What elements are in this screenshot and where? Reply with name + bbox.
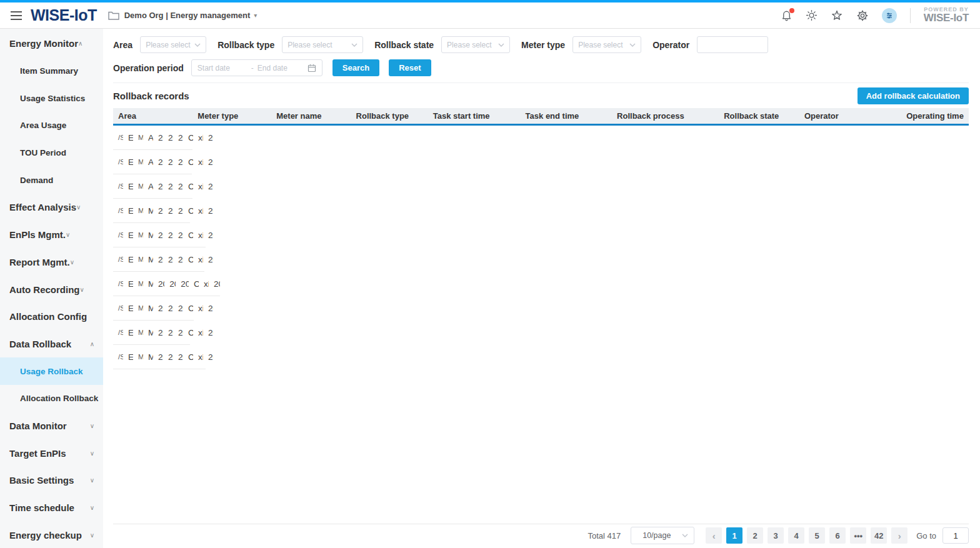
sidebar-item[interactable]: Usage Rollback [0,357,103,385]
sidebar-item-label: Report Mgmt. [9,257,70,267]
cell-meter-type: Electricity [123,231,133,240]
page-button[interactable]: 4 [788,527,804,544]
sidebar-item[interactable]: Basic Settings ∨ [0,467,103,494]
cell-operating-time: 2025/03/27 11:56:15 [203,304,213,313]
cell-operator: xiaoyan [193,157,203,167]
user-avatar[interactable] [882,8,897,23]
sidebar-item[interactable]: Demand [0,166,29,194]
sidebar-item[interactable]: Target EnPIs ∨ [0,439,103,467]
cell-rollback-type: Manual rollback [143,304,153,313]
cell-task-start-time: 2025/04/01 00:00:00 [153,279,164,289]
sidebar-item[interactable]: Data Monitor ∨ [0,412,103,440]
cell-meter-name: Meter16 [133,280,143,287]
sidebar-item[interactable]: Auto Recording ∨ [0,276,18,303]
sidebar-item-label: Usage Rollback [20,367,83,376]
header-divider [910,8,911,23]
cell-operating-time: 2025/04/29 11:32:28 [209,279,220,289]
prev-page-button[interactable]: ‹ [706,527,722,544]
page-button[interactable]: 6 [829,527,846,544]
cell-area: /Smart Campus/Pow ... [113,182,123,190]
rollback-type-select[interactable]: Please select [282,36,363,53]
sidebar-item[interactable]: Allocation Rollback [0,385,103,412]
meter-type-select[interactable]: Please select [572,36,641,53]
favorites-star-icon[interactable] [831,9,843,22]
cell-task-end-time: 2025/09/12 13:09:04 [163,157,173,167]
chevron-down-icon [682,534,688,537]
chevron-icon: ∨ [90,477,94,484]
column-header: Rollback process [612,111,719,121]
app-root: WISE-IoT Demo Org | Energy management ▾ [0,0,980,548]
table-row: /Smart Campus/Pow ... Electricity Meter2… [113,247,204,272]
cell-rollback-type: Automatic rollb... [143,133,153,142]
meter-type-label: Meter type [521,40,565,50]
cell-area: /Smart Campus/Pow ... [113,158,123,166]
date-separator: - [251,64,254,72]
column-header: Task start time [428,111,521,121]
page-size-select[interactable]: 10/page [631,527,694,544]
section-title: Rollback records [113,91,189,101]
search-button[interactable]: Search [332,59,379,76]
total-count: Total 417 [588,531,621,541]
menu-icon[interactable] [10,11,22,21]
operation-period-input[interactable]: Start date - End date [191,59,322,76]
cell-rollback-process: 2025/09/12 11:00:00 [173,182,183,191]
org-selector[interactable]: Demo Org | Energy management [124,11,251,20]
cell-task-end-time: 2025/04/29 11:00:00 [164,279,176,289]
end-date-placeholder: End date [258,64,308,72]
cell-area: /Smart Campus/Pow ... [113,207,123,214]
table-row: /Smart Campus/Pow ... Electricity Meter4… [113,321,190,345]
page-button[interactable]: 1 [726,527,742,544]
cell-task-start-time: 2025/09/11 11:15:00 [153,157,163,167]
chevron-icon: ∨ [80,286,84,293]
sidebar-item[interactable]: Usage Statistics [0,84,29,112]
page-button[interactable]: 5 [809,527,825,544]
goto-page-input[interactable] [942,527,969,544]
table-row: /Smart Campus/Pow ... Electricity Meter2… [113,199,190,223]
cell-operator: xiaoyan [193,206,203,216]
operator-input[interactable] [697,36,768,53]
sidebar-item[interactable]: Energy Monitor ∧ [0,30,18,57]
rollback-state-select-value: Please select [447,41,491,49]
folder-icon[interactable] [108,11,119,20]
sidebar-item[interactable]: Energy checkup ∨ [0,521,103,548]
cell-meter-type: Electricity [123,206,133,216]
cell-rollback-state: Completed [183,206,193,216]
sidebar-item[interactable]: Allocation Config [0,303,103,331]
sidebar-item[interactable]: Effect Analysis ∨ [0,194,18,221]
sidebar-item[interactable]: Item Summary [0,57,29,85]
cell-operator: xiaoyan [193,352,203,362]
sidebar-item[interactable]: Time schedule ∨ [0,494,103,522]
page-button[interactable]: 2 [747,527,763,544]
cell-task-start-time: 2025/04/23 00:00:00 [153,231,163,240]
area-select[interactable]: Please select [140,36,206,53]
cell-operator: xiaoyan [193,304,203,313]
add-rollback-calculation-button[interactable]: Add rollback calculation [858,87,969,104]
notifications-bell-icon[interactable] [781,9,792,22]
chevron-down-icon [629,43,636,47]
page-button[interactable]: 42 [871,527,887,544]
sidebar-item-label: Energy Monitor [9,38,78,49]
chevron-icon: ∨ [66,231,70,238]
page-button[interactable]: 3 [768,527,784,544]
sidebar-item-label: EnPls Mgmt. [9,229,66,240]
sidebar-item[interactable]: EnPls Mgmt. ∨ [0,221,18,249]
rollback-records-table: AreaMeter typeMeter nameRollback typeTas… [113,108,969,369]
sidebar-item[interactable]: Area Usage [0,112,29,139]
chevron-icon: ∧ [78,40,82,47]
sidebar-item[interactable]: Report Mgmt. ∨ [0,249,18,276]
sidebar-item[interactable]: TOU Period [0,139,29,167]
rollback-state-select[interactable]: Please select [441,36,510,53]
cell-meter-type: Electricity [123,157,133,167]
sidebar-item[interactable]: Data Rollback ∧ [0,331,103,358]
settings-gear-icon[interactable] [856,9,869,22]
cell-task-start-time: 2025/04/23 00:00:00 [153,206,163,216]
cell-rollback-state: Completed [183,352,193,362]
cell-meter-name: Meter6 [133,134,143,141]
next-page-button[interactable]: › [891,527,908,544]
reset-button[interactable]: Reset [389,59,431,76]
cell-rollback-state: Completed [183,328,193,337]
brightness-icon[interactable] [806,9,818,21]
cell-task-start-time: 2025/03/01 00:00:00 [153,304,163,313]
goto-label: Go to [916,531,936,541]
page-button[interactable]: ••• [850,527,866,544]
